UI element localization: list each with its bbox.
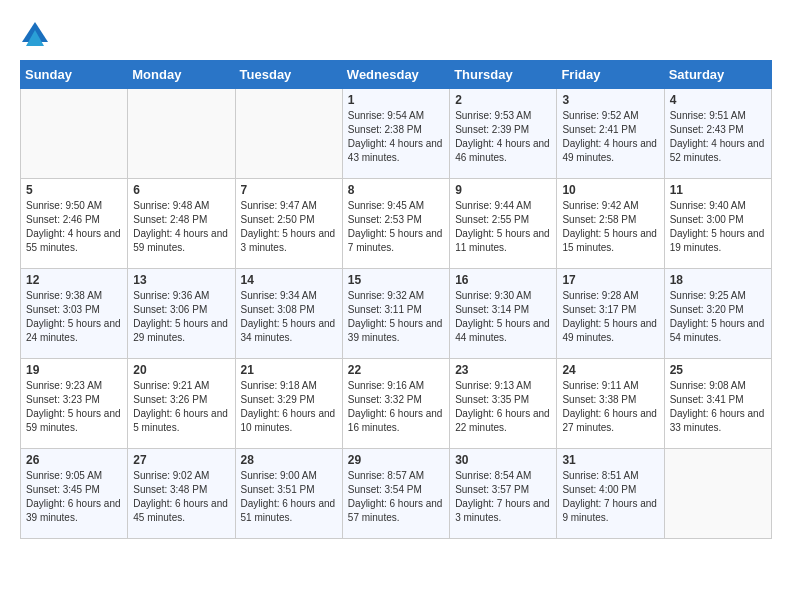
calendar-cell: 25Sunrise: 9:08 AM Sunset: 3:41 PM Dayli… <box>664 359 771 449</box>
cell-content: Sunrise: 9:48 AM Sunset: 2:48 PM Dayligh… <box>133 199 229 255</box>
day-number: 9 <box>455 183 551 197</box>
cell-content: Sunrise: 9:52 AM Sunset: 2:41 PM Dayligh… <box>562 109 658 165</box>
cell-content: Sunrise: 9:08 AM Sunset: 3:41 PM Dayligh… <box>670 379 766 435</box>
calendar-cell: 19Sunrise: 9:23 AM Sunset: 3:23 PM Dayli… <box>21 359 128 449</box>
cell-content: Sunrise: 9:11 AM Sunset: 3:38 PM Dayligh… <box>562 379 658 435</box>
header-friday: Friday <box>557 61 664 89</box>
cell-content: Sunrise: 9:50 AM Sunset: 2:46 PM Dayligh… <box>26 199 122 255</box>
calendar-cell: 28Sunrise: 9:00 AM Sunset: 3:51 PM Dayli… <box>235 449 342 539</box>
calendar-cell: 11Sunrise: 9:40 AM Sunset: 3:00 PM Dayli… <box>664 179 771 269</box>
cell-content: Sunrise: 9:02 AM Sunset: 3:48 PM Dayligh… <box>133 469 229 525</box>
calendar-cell: 9Sunrise: 9:44 AM Sunset: 2:55 PM Daylig… <box>450 179 557 269</box>
calendar-cell: 30Sunrise: 8:54 AM Sunset: 3:57 PM Dayli… <box>450 449 557 539</box>
cell-content: Sunrise: 8:51 AM Sunset: 4:00 PM Dayligh… <box>562 469 658 525</box>
day-number: 16 <box>455 273 551 287</box>
day-number: 7 <box>241 183 337 197</box>
day-number: 25 <box>670 363 766 377</box>
day-number: 4 <box>670 93 766 107</box>
cell-content: Sunrise: 9:42 AM Sunset: 2:58 PM Dayligh… <box>562 199 658 255</box>
cell-content: Sunrise: 9:30 AM Sunset: 3:14 PM Dayligh… <box>455 289 551 345</box>
calendar-cell: 1Sunrise: 9:54 AM Sunset: 2:38 PM Daylig… <box>342 89 449 179</box>
calendar-cell: 24Sunrise: 9:11 AM Sunset: 3:38 PM Dayli… <box>557 359 664 449</box>
day-number: 15 <box>348 273 444 287</box>
day-number: 20 <box>133 363 229 377</box>
header-tuesday: Tuesday <box>235 61 342 89</box>
day-number: 14 <box>241 273 337 287</box>
calendar-cell: 17Sunrise: 9:28 AM Sunset: 3:17 PM Dayli… <box>557 269 664 359</box>
day-number: 21 <box>241 363 337 377</box>
calendar-cell: 21Sunrise: 9:18 AM Sunset: 3:29 PM Dayli… <box>235 359 342 449</box>
calendar-cell: 8Sunrise: 9:45 AM Sunset: 2:53 PM Daylig… <box>342 179 449 269</box>
page-header <box>20 20 772 50</box>
calendar-cell: 15Sunrise: 9:32 AM Sunset: 3:11 PM Dayli… <box>342 269 449 359</box>
header-saturday: Saturday <box>664 61 771 89</box>
calendar-cell: 31Sunrise: 8:51 AM Sunset: 4:00 PM Dayli… <box>557 449 664 539</box>
week-row-2: 5Sunrise: 9:50 AM Sunset: 2:46 PM Daylig… <box>21 179 772 269</box>
calendar-cell: 5Sunrise: 9:50 AM Sunset: 2:46 PM Daylig… <box>21 179 128 269</box>
day-number: 1 <box>348 93 444 107</box>
day-number: 10 <box>562 183 658 197</box>
header-row: SundayMondayTuesdayWednesdayThursdayFrid… <box>21 61 772 89</box>
calendar-cell: 13Sunrise: 9:36 AM Sunset: 3:06 PM Dayli… <box>128 269 235 359</box>
cell-content: Sunrise: 9:47 AM Sunset: 2:50 PM Dayligh… <box>241 199 337 255</box>
calendar-cell: 10Sunrise: 9:42 AM Sunset: 2:58 PM Dayli… <box>557 179 664 269</box>
cell-content: Sunrise: 9:32 AM Sunset: 3:11 PM Dayligh… <box>348 289 444 345</box>
cell-content: Sunrise: 9:18 AM Sunset: 3:29 PM Dayligh… <box>241 379 337 435</box>
cell-content: Sunrise: 9:38 AM Sunset: 3:03 PM Dayligh… <box>26 289 122 345</box>
day-number: 8 <box>348 183 444 197</box>
calendar-cell: 18Sunrise: 9:25 AM Sunset: 3:20 PM Dayli… <box>664 269 771 359</box>
day-number: 13 <box>133 273 229 287</box>
calendar-cell: 3Sunrise: 9:52 AM Sunset: 2:41 PM Daylig… <box>557 89 664 179</box>
calendar-cell: 22Sunrise: 9:16 AM Sunset: 3:32 PM Dayli… <box>342 359 449 449</box>
day-number: 6 <box>133 183 229 197</box>
header-sunday: Sunday <box>21 61 128 89</box>
calendar-cell: 27Sunrise: 9:02 AM Sunset: 3:48 PM Dayli… <box>128 449 235 539</box>
cell-content: Sunrise: 9:00 AM Sunset: 3:51 PM Dayligh… <box>241 469 337 525</box>
calendar-cell <box>664 449 771 539</box>
day-number: 30 <box>455 453 551 467</box>
cell-content: Sunrise: 9:54 AM Sunset: 2:38 PM Dayligh… <box>348 109 444 165</box>
calendar-cell: 2Sunrise: 9:53 AM Sunset: 2:39 PM Daylig… <box>450 89 557 179</box>
cell-content: Sunrise: 9:13 AM Sunset: 3:35 PM Dayligh… <box>455 379 551 435</box>
day-number: 18 <box>670 273 766 287</box>
cell-content: Sunrise: 9:45 AM Sunset: 2:53 PM Dayligh… <box>348 199 444 255</box>
day-number: 5 <box>26 183 122 197</box>
calendar-cell: 16Sunrise: 9:30 AM Sunset: 3:14 PM Dayli… <box>450 269 557 359</box>
calendar-cell: 29Sunrise: 8:57 AM Sunset: 3:54 PM Dayli… <box>342 449 449 539</box>
cell-content: Sunrise: 9:05 AM Sunset: 3:45 PM Dayligh… <box>26 469 122 525</box>
cell-content: Sunrise: 9:51 AM Sunset: 2:43 PM Dayligh… <box>670 109 766 165</box>
cell-content: Sunrise: 9:34 AM Sunset: 3:08 PM Dayligh… <box>241 289 337 345</box>
cell-content: Sunrise: 9:25 AM Sunset: 3:20 PM Dayligh… <box>670 289 766 345</box>
day-number: 31 <box>562 453 658 467</box>
week-row-5: 26Sunrise: 9:05 AM Sunset: 3:45 PM Dayli… <box>21 449 772 539</box>
calendar-cell: 6Sunrise: 9:48 AM Sunset: 2:48 PM Daylig… <box>128 179 235 269</box>
cell-content: Sunrise: 9:23 AM Sunset: 3:23 PM Dayligh… <box>26 379 122 435</box>
calendar-cell: 23Sunrise: 9:13 AM Sunset: 3:35 PM Dayli… <box>450 359 557 449</box>
cell-content: Sunrise: 9:40 AM Sunset: 3:00 PM Dayligh… <box>670 199 766 255</box>
header-monday: Monday <box>128 61 235 89</box>
day-number: 19 <box>26 363 122 377</box>
calendar-cell: 12Sunrise: 9:38 AM Sunset: 3:03 PM Dayli… <box>21 269 128 359</box>
calendar-cell: 20Sunrise: 9:21 AM Sunset: 3:26 PM Dayli… <box>128 359 235 449</box>
calendar-cell: 7Sunrise: 9:47 AM Sunset: 2:50 PM Daylig… <box>235 179 342 269</box>
day-number: 28 <box>241 453 337 467</box>
day-number: 29 <box>348 453 444 467</box>
logo <box>20 20 54 50</box>
day-number: 17 <box>562 273 658 287</box>
day-number: 22 <box>348 363 444 377</box>
calendar-table: SundayMondayTuesdayWednesdayThursdayFrid… <box>20 60 772 539</box>
day-number: 27 <box>133 453 229 467</box>
day-number: 23 <box>455 363 551 377</box>
cell-content: Sunrise: 9:28 AM Sunset: 3:17 PM Dayligh… <box>562 289 658 345</box>
day-number: 3 <box>562 93 658 107</box>
day-number: 2 <box>455 93 551 107</box>
cell-content: Sunrise: 8:54 AM Sunset: 3:57 PM Dayligh… <box>455 469 551 525</box>
cell-content: Sunrise: 8:57 AM Sunset: 3:54 PM Dayligh… <box>348 469 444 525</box>
cell-content: Sunrise: 9:21 AM Sunset: 3:26 PM Dayligh… <box>133 379 229 435</box>
calendar-cell <box>235 89 342 179</box>
day-number: 12 <box>26 273 122 287</box>
cell-content: Sunrise: 9:53 AM Sunset: 2:39 PM Dayligh… <box>455 109 551 165</box>
day-number: 24 <box>562 363 658 377</box>
calendar-cell: 4Sunrise: 9:51 AM Sunset: 2:43 PM Daylig… <box>664 89 771 179</box>
calendar-cell <box>128 89 235 179</box>
